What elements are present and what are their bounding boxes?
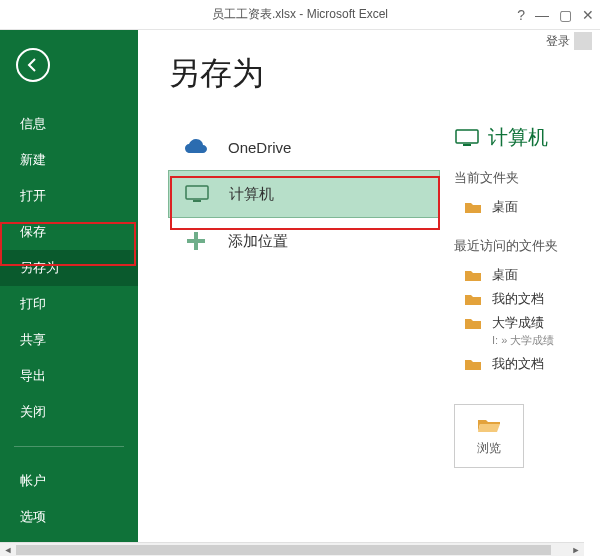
sidebar-item-save[interactable]: 保存: [0, 214, 138, 250]
scroll-thumb[interactable]: [16, 545, 551, 555]
sidebar-item-export[interactable]: 导出: [0, 358, 138, 394]
cloud-icon: [182, 136, 210, 158]
folder-icon: [464, 268, 482, 282]
right-panel: 计算机 当前文件夹 桌面 最近访问的文件夹 桌面 我的文档: [448, 124, 592, 468]
minimize-icon[interactable]: —: [535, 7, 549, 23]
help-icon[interactable]: ?: [517, 7, 525, 23]
location-label: 添加位置: [228, 232, 288, 251]
save-locations-list: OneDrive 计算机 添加位置: [168, 124, 448, 468]
sidebar-item-account[interactable]: 帐户: [0, 463, 138, 499]
folder-subpath: I: » 大学成绩: [454, 333, 592, 348]
scroll-right-icon[interactable]: ►: [568, 543, 584, 557]
sidebar-item-open[interactable]: 打开: [0, 178, 138, 214]
location-computer[interactable]: 计算机: [168, 170, 440, 218]
folder-icon: [464, 292, 482, 306]
scroll-track[interactable]: [16, 543, 568, 557]
window-title: 员工工资表.xlsx - Microsoft Excel: [212, 6, 388, 23]
sidebar-item-print[interactable]: 打印: [0, 286, 138, 322]
sidebar-item-close[interactable]: 关闭: [0, 394, 138, 430]
recent-folder-section: 最近访问的文件夹: [454, 237, 592, 255]
folder-desktop[interactable]: 桌面: [454, 263, 592, 287]
svg-rect-4: [456, 130, 478, 143]
current-folder-section: 当前文件夹: [454, 169, 592, 187]
location-onedrive[interactable]: OneDrive: [168, 124, 440, 170]
sidebar-item-new[interactable]: 新建: [0, 142, 138, 178]
folder-icon: [464, 316, 482, 330]
sidebar-item-options[interactable]: 选项: [0, 499, 138, 535]
svg-rect-5: [463, 144, 471, 146]
folder-open-icon: [476, 416, 502, 434]
backstage-sidebar: 信息 新建 打开 保存 另存为 打印 共享 导出 关闭 帐户 选项: [0, 30, 138, 556]
computer-icon: [183, 183, 211, 205]
svg-rect-1: [193, 200, 201, 202]
back-button[interactable]: [16, 48, 50, 82]
close-icon[interactable]: ✕: [582, 7, 594, 23]
location-label: OneDrive: [228, 139, 291, 156]
scroll-left-icon[interactable]: ◄: [0, 543, 16, 557]
browse-button[interactable]: 浏览: [454, 404, 524, 468]
folder-label: 桌面: [492, 198, 518, 216]
horizontal-scrollbar[interactable]: ◄ ►: [0, 542, 584, 556]
sidebar-separator: [14, 446, 124, 447]
folder-label: 桌面: [492, 266, 518, 284]
folder-label: 我的文档: [492, 355, 544, 373]
folder-mydocs[interactable]: 我的文档: [454, 287, 592, 311]
sidebar-item-info[interactable]: 信息: [0, 106, 138, 142]
browse-label: 浏览: [477, 440, 501, 457]
sidebar-item-saveas[interactable]: 另存为: [0, 250, 138, 286]
svg-rect-3: [187, 239, 205, 243]
location-add-place[interactable]: 添加位置: [168, 218, 440, 264]
folder-label: 我的文档: [492, 290, 544, 308]
folder-icon: [464, 200, 482, 214]
sidebar-item-share[interactable]: 共享: [0, 322, 138, 358]
plus-icon: [182, 230, 210, 252]
maximize-icon[interactable]: ▢: [559, 7, 572, 23]
page-title: 另存为: [168, 52, 592, 96]
folder-mydocs-2[interactable]: 我的文档: [454, 352, 592, 376]
folder-desktop-current[interactable]: 桌面: [454, 195, 592, 219]
main-panel: 另存为 OneDrive 计算机: [138, 30, 600, 556]
folder-label: 大学成绩: [492, 314, 544, 332]
computer-icon: [454, 128, 480, 148]
folder-university-grades[interactable]: 大学成绩: [454, 311, 592, 335]
svg-rect-0: [186, 186, 208, 199]
right-panel-title: 计算机: [488, 124, 548, 151]
folder-icon: [464, 357, 482, 371]
location-label: 计算机: [229, 185, 274, 204]
